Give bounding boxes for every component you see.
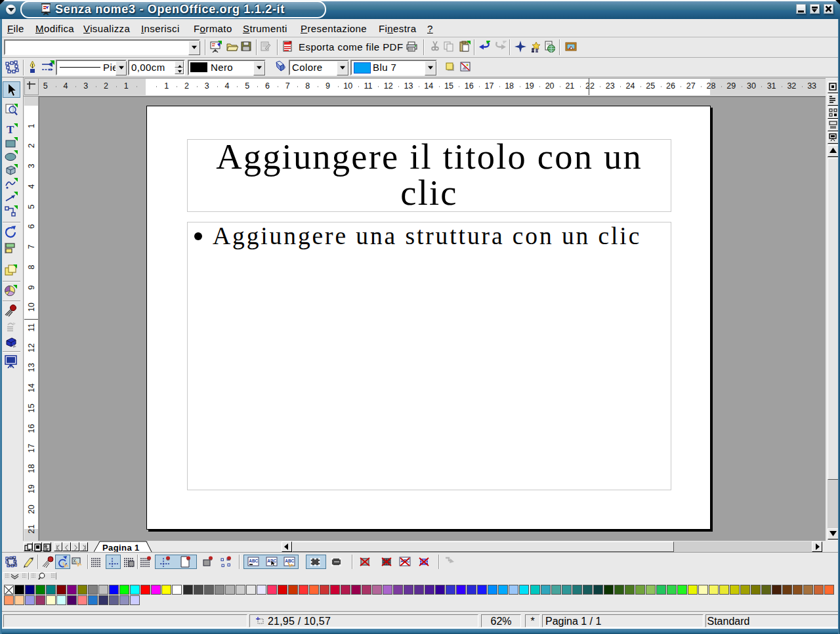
svg-text:ABC: ABC bbox=[285, 559, 294, 563]
svg-text:ABC: ABC bbox=[249, 559, 258, 563]
svg-text:T: T bbox=[7, 123, 14, 136]
